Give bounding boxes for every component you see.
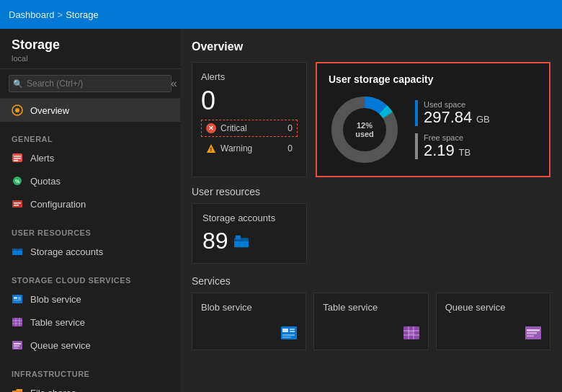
sidebar-quotas-label: Quotas: [30, 176, 61, 187]
section-general: General: [0, 128, 180, 146]
svg-rect-15: [18, 297, 21, 298]
blob-icon-wrap: [201, 325, 297, 341]
queue-icon-wrap: [445, 325, 541, 341]
search-input[interactable]: [9, 75, 171, 92]
storage-accounts-count: 89: [202, 228, 228, 254]
used-value: 297.84: [424, 108, 472, 126]
capacity-title: User storage capacity: [329, 74, 538, 85]
sidebar-overview-label: Overview: [30, 105, 69, 116]
table-service-card[interactable]: Table service: [313, 293, 428, 350]
sidebar-item-alerts[interactable]: Alerts: [0, 146, 180, 169]
svg-rect-39: [282, 334, 295, 336]
svg-rect-10: [14, 205, 19, 206]
overview-grid: Alerts 0 ✕ Critical 0 ! Warning 0: [192, 62, 550, 177]
blob-service-icon: [281, 325, 297, 341]
svg-rect-50: [527, 335, 534, 337]
topbar: Dashboard > Storage: [0, 0, 562, 29]
capacity-card: User storage capacity 12% used: [316, 62, 550, 177]
services-title: Services: [192, 275, 550, 287]
svg-rect-46: [409, 331, 414, 335]
blob-service-card[interactable]: Blob service: [192, 293, 306, 350]
warning-label: Warning: [220, 143, 283, 153]
alerts-card: Alerts 0 ✕ Critical 0 ! Warning 0: [192, 62, 307, 177]
sidebar-item-quotas[interactable]: % Quotas: [0, 169, 180, 192]
svg-rect-40: [282, 337, 291, 338]
svg-rect-5: [14, 160, 18, 161]
svg-text:%: %: [15, 179, 20, 184]
svg-rect-37: [290, 329, 295, 330]
sidebar-item-file-shares[interactable]: File shares: [0, 381, 180, 392]
critical-label: Critical: [220, 123, 283, 133]
sidebar-queue-label: Queue service: [30, 340, 91, 351]
free-unit: TB: [458, 147, 470, 158]
services-grid: Blob service Table service: [192, 293, 550, 350]
capacity-stats: Used space 297.84 GB Free space: [415, 100, 490, 159]
queue-icon: [12, 339, 23, 351]
svg-rect-16: [18, 298, 21, 300]
breadcrumb: Dashboard > Storage: [9, 9, 99, 20]
alerts-count: 0: [201, 88, 298, 114]
critical-alert-row[interactable]: ✕ Critical 0: [201, 120, 298, 137]
sidebar-item-storage-accounts[interactable]: Storage accounts: [0, 240, 180, 263]
free-space-info: Free space 2.19 TB: [424, 133, 470, 159]
storage-accounts-value-row: 89: [202, 228, 296, 254]
svg-rect-36: [282, 329, 288, 332]
warning-value: 0: [287, 143, 293, 153]
table-icon: [12, 316, 23, 328]
section-cloud: Storage cloud services: [0, 269, 180, 288]
used-value-row: 297.84 GB: [424, 109, 490, 126]
blob-service-title: Blob service: [201, 302, 297, 313]
sidebar-item-blob[interactable]: Blob service: [0, 288, 180, 311]
sidebar-config-label: Configuration: [30, 199, 86, 210]
storage-accounts-icon-card: [234, 234, 249, 249]
warning-alert-row[interactable]: ! Warning 0: [201, 140, 298, 157]
svg-rect-14: [14, 297, 17, 299]
collapse-button[interactable]: «: [171, 77, 177, 90]
svg-text:!: !: [210, 147, 212, 152]
search-icon: 🔍: [13, 79, 23, 89]
sidebar-item-overview[interactable]: Overview: [0, 99, 180, 122]
svg-rect-26: [14, 347, 18, 349]
breadcrumb-separator: >: [58, 9, 63, 20]
storage-accounts-icon: [12, 246, 23, 257]
queue-service-card[interactable]: Queue service: [436, 293, 550, 350]
used-space-info: Used space 297.84 GB: [424, 100, 490, 126]
svg-rect-34: [235, 235, 240, 239]
sidebar-blob-label: Blob service: [30, 294, 81, 305]
svg-rect-12: [12, 249, 22, 251]
free-value-row: 2.19 TB: [424, 142, 470, 159]
sidebar-title: Storage: [12, 37, 169, 53]
used-unit: GB: [476, 114, 490, 125]
table-service-icon: [403, 325, 419, 341]
donut-chart: 12% used: [329, 94, 401, 166]
svg-rect-18: [12, 318, 22, 326]
svg-rect-8: [12, 200, 22, 208]
file-shares-icon: [12, 387, 23, 392]
blob-icon: [12, 293, 23, 305]
svg-rect-24: [14, 343, 21, 344]
capacity-inner: 12% used Used space 297.84 GB: [329, 94, 538, 166]
sidebar-item-configuration[interactable]: Configuration: [0, 192, 180, 215]
breadcrumb-storage: Storage: [66, 9, 99, 20]
critical-value: 0: [287, 123, 293, 133]
svg-rect-9: [14, 202, 21, 204]
quotas-icon: %: [12, 175, 23, 187]
sidebar-item-queue[interactable]: Queue service: [0, 334, 180, 357]
svg-rect-3: [14, 156, 21, 157]
used-bar: [415, 100, 418, 126]
sidebar-subtitle: local: [12, 54, 169, 63]
svg-rect-17: [14, 300, 21, 301]
sidebar-storage-label: Storage accounts: [30, 246, 103, 257]
sidebar-alerts-label: Alerts: [30, 153, 54, 164]
alerts-icon: [12, 152, 23, 164]
sidebar-item-table[interactable]: Table service: [0, 311, 180, 334]
critical-icon: ✕: [206, 123, 216, 133]
sidebar: Storage local 🔍 « Overview General: [0, 29, 180, 392]
warning-icon: !: [206, 143, 216, 153]
svg-point-1: [15, 108, 19, 112]
overview-title: Overview: [192, 40, 550, 53]
breadcrumb-dashboard[interactable]: Dashboard: [9, 9, 55, 20]
overview-icon: [12, 104, 23, 116]
sidebar-header: Storage local: [0, 29, 180, 69]
storage-accounts-card[interactable]: Storage accounts 89: [192, 203, 307, 264]
